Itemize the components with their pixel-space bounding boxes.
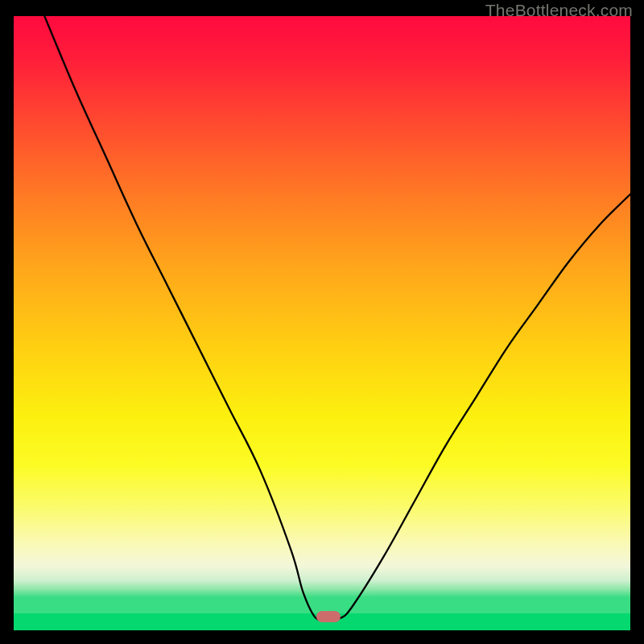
plot-area (14, 16, 630, 630)
chart-stage: TheBottleneck.com (0, 0, 644, 644)
watermark-text: TheBottleneck.com (485, 1, 633, 20)
bottleneck-curve (14, 16, 630, 630)
optimal-point-marker (316, 611, 341, 622)
